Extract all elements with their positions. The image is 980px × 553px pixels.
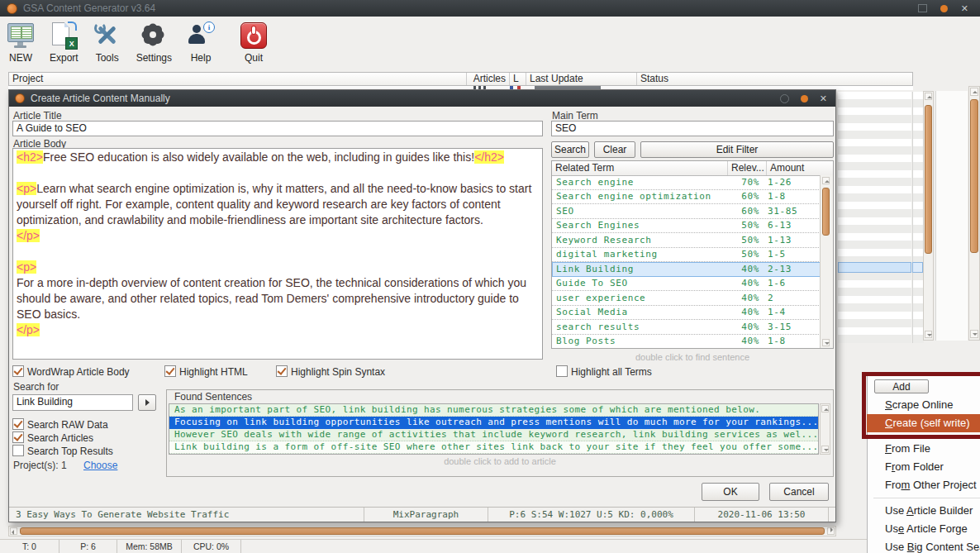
project-list-column-behind (912, 92, 924, 343)
maximize-icon[interactable] (918, 4, 927, 12)
menu-item[interactable]: Scrape Online (867, 396, 980, 414)
clear-button[interactable]: Clear (594, 141, 635, 158)
minimize-dot-icon[interactable] (940, 5, 948, 12)
cell: Blog Posts (552, 336, 721, 346)
main-term-input[interactable]: SEO (551, 121, 834, 136)
close-icon[interactable]: ✕ (961, 4, 968, 13)
related-term-row[interactable]: digital marketing50%1-5 (552, 248, 821, 263)
checkbox-checked-icon[interactable] (276, 365, 288, 377)
checkbox-unchecked-icon[interactable] (556, 365, 568, 377)
column-header[interactable]: Last Update (526, 73, 637, 85)
search-for-go-button[interactable] (138, 394, 156, 411)
scrollbar-thumb[interactable] (925, 105, 932, 254)
scrollbar-thumb[interactable] (970, 99, 978, 253)
related-term-row[interactable]: Keyword Research50%1-13 (552, 233, 821, 248)
related-term-row[interactable]: Search engine optimization60%1-8 (552, 190, 821, 205)
column-header[interactable]: Relev... (727, 161, 766, 175)
wordwrap-checkbox[interactable]: WordWrap Article Body (12, 365, 130, 378)
project-list-scrollbar[interactable] (923, 91, 934, 341)
related-term-row[interactable]: Search engine70%1-26 (552, 175, 821, 190)
found-sentence-row[interactable]: Focusing on link building opportunities … (169, 417, 818, 429)
menu-item[interactable]: From Other Project (867, 476, 980, 494)
menu-item[interactable]: Use Article Builder (867, 502, 980, 520)
column-header[interactable]: Status (637, 73, 912, 85)
toolbar-new-button[interactable]: NEW (7, 21, 35, 64)
toolbar-help-button[interactable]: i Help (187, 21, 215, 64)
toolbar-export-button[interactable]: X Export (50, 21, 78, 64)
cell: SEO (552, 206, 721, 217)
cancel-button[interactable]: Cancel (769, 483, 829, 501)
selected-project-row[interactable] (838, 262, 911, 273)
checkbox-checked-icon[interactable] (164, 365, 176, 377)
search-raw-checkbox[interactable]: Search RAW Data (12, 418, 108, 431)
found-sentence-row[interactable]: Link building is a form of off-site SEO … (169, 441, 818, 454)
choose-link[interactable]: Choose (83, 460, 117, 471)
menu-item[interactable]: From File (867, 440, 980, 458)
window-title: GSA Content Generator v3.64 (23, 2, 155, 14)
column-header[interactable]: Articles (467, 73, 510, 85)
menu-item[interactable]: Use Big Content Search (867, 538, 980, 553)
checkbox-checked-icon[interactable] (12, 431, 24, 443)
related-term-row[interactable]: Link Building40%2-13 (552, 262, 821, 277)
gear-icon (140, 21, 168, 50)
cell: 2-13 (763, 264, 821, 274)
column-header[interactable]: Project (9, 73, 467, 85)
person-info-icon: i (187, 21, 215, 50)
column-header[interactable]: Related Term (552, 161, 727, 175)
column-header[interactable]: Amount (766, 161, 833, 175)
found-sentences-scrollbar[interactable] (820, 403, 830, 455)
highlight-html-checkbox[interactable]: Highlight HTML (164, 365, 248, 378)
right-side-panel (935, 91, 968, 341)
cell: Social Media (552, 307, 721, 317)
dialog-title-bar: Create Article Content Manually ✕ (9, 90, 835, 107)
search-for-input[interactable]: Link Building (12, 394, 133, 411)
related-term-row[interactable]: SEO60%31-85 (552, 204, 821, 219)
cell: search results (552, 322, 721, 332)
related-term-row[interactable]: Search Engines50%6-13 (552, 219, 821, 234)
found-sentence-rows: As an important part of SEO, link buildi… (169, 403, 819, 455)
add-button[interactable]: Add (874, 379, 929, 393)
article-body-text[interactable]: <h2>Free SEO education is also widely av… (12, 148, 543, 360)
status-threads: T: 0 (0, 540, 59, 553)
related-term-row[interactable]: Guide To SEO40%1-6 (552, 277, 821, 292)
related-term-row[interactable]: search results40%3-15 (552, 320, 821, 335)
dialog-close-icon[interactable]: ✕ (820, 94, 827, 103)
related-term-row[interactable]: user experience40%2 (552, 291, 821, 306)
menu-item[interactable]: Use Article Forge (867, 520, 980, 538)
highlight-spin-checkbox[interactable]: Highlight Spin Syntax (276, 365, 385, 378)
checkbox-checked-icon[interactable] (12, 418, 24, 430)
article-title-input[interactable]: A Guide to SEO (12, 121, 543, 136)
related-terms-scrollbar[interactable] (820, 175, 833, 348)
horizontal-scrollbar[interactable] (8, 526, 836, 536)
related-term-row[interactable]: Social Media40%1-4 (552, 306, 821, 321)
menu-item[interactable]: From Folder (867, 458, 980, 476)
ok-button[interactable]: OK (702, 483, 759, 501)
cell: 1-6 (763, 278, 821, 288)
dialog-dot-icon[interactable] (801, 95, 808, 102)
cell: 6-13 (763, 220, 821, 231)
found-sentence-row[interactable]: As an important part of SEO, link buildi… (169, 404, 818, 417)
highlight-all-terms-checkbox[interactable]: Highlight all Terms (556, 365, 652, 378)
scrollbar-thumb[interactable] (20, 527, 825, 535)
search-top-results-checkbox[interactable]: Search Top Results (12, 445, 113, 457)
menu-item[interactable]: Create (self write) (867, 414, 980, 432)
cell: 60% (721, 191, 763, 202)
column-header[interactable]: L (510, 73, 526, 85)
cell: 1-26 (763, 177, 821, 188)
search-articles-checkbox[interactable]: Search Articles (12, 431, 93, 444)
related-term-row[interactable]: Blog Posts40%1-8 (552, 335, 821, 350)
cell: 1-13 (763, 235, 821, 246)
toolbar-quit-button[interactable]: Quit (240, 21, 268, 64)
window-scrollbar[interactable] (968, 86, 980, 341)
checkbox-checked-icon[interactable] (12, 365, 24, 377)
found-sentence-row[interactable]: However SEO deals with wide range of act… (169, 429, 818, 441)
scrollbar-thumb[interactable] (822, 188, 830, 236)
dialog-minimize-icon[interactable] (780, 94, 789, 103)
toolbar-settings-button[interactable]: Settings (136, 21, 172, 64)
toolbar-tools-button[interactable]: Tools (93, 21, 121, 64)
edit-filter-button[interactable]: Edit Filter (640, 141, 834, 158)
search-button[interactable]: Search (551, 141, 589, 158)
cell: 50% (721, 220, 763, 231)
cell: digital marketing (552, 249, 721, 260)
checkbox-unchecked-icon[interactable] (12, 445, 24, 456)
